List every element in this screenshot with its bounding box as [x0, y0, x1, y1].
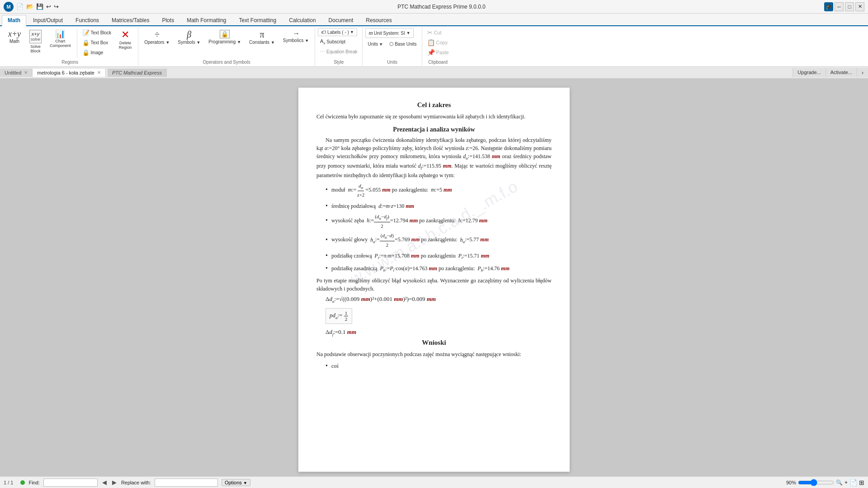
bullet-dot: • [326, 216, 328, 225]
symbolics-label: Symbolics ▼ [283, 38, 309, 43]
ribbon-group-clipboard: ✂ Cut 📋 Copy 📌 Paste Clipboard [422, 27, 454, 66]
symbols-icon: β [187, 30, 191, 39]
document-content: Cel i zakres Cel ćwiczenia było zapoznan… [316, 101, 552, 371]
cut-label: Cut [434, 30, 442, 35]
zoom-in-icon[interactable]: + [844, 479, 848, 486]
math-button[interactable]: x+y Math [5, 28, 24, 46]
tab-matrices-tables[interactable]: Matrices/Tables [106, 15, 155, 25]
math-icon: x+y [8, 30, 21, 38]
quickbtn-open[interactable]: 📂 [26, 3, 33, 10]
quickbtn-redo[interactable]: ↪ [54, 3, 59, 10]
text-block-button[interactable]: 📝 Text Block [80, 28, 114, 38]
bullet-dot: • [326, 235, 328, 244]
delete-region-button[interactable]: ✕ DeleteRegion [115, 28, 135, 52]
tab-document[interactable]: Document [323, 15, 359, 25]
base-units-label: Base Units [395, 42, 416, 47]
tab-resources[interactable]: Resources [360, 15, 397, 25]
activate-button[interactable]: Activate... [826, 68, 857, 77]
document-scroll[interactable]: w.w.w.m.a.t.h.c.a.d._.m.f.o Cel i zakres… [0, 79, 868, 476]
units-button[interactable]: Units ▼ [365, 40, 385, 48]
ribbon-panel: x+y Math x+y solve SolveBlock 📊 ChartCom… [0, 26, 868, 67]
symbols-label: Symbols ▼ [178, 40, 200, 45]
programming-button[interactable]: 🔒 Programming ▼ [205, 28, 244, 46]
zoom-slider[interactable] [798, 479, 834, 486]
equation-break-button[interactable]: ⋯ Equation Break [318, 47, 359, 56]
image-label: Image [91, 50, 104, 55]
tab-untitled[interactable]: Untitled ✕ [0, 69, 33, 77]
view-page-icon[interactable]: 📄 [849, 479, 857, 486]
list-item: • średnicę podziałową d:=m·z=130 mm [326, 201, 552, 211]
find-prev-button[interactable]: ◀ [101, 479, 108, 486]
chart-label: ChartComponent [50, 39, 71, 48]
tab-untitled-label: Untitled [5, 70, 21, 75]
ribbon-group-operators: ÷ Operators ▼ β Symbols ▼ 🔒 Programming … [138, 27, 315, 66]
tab-metrologia[interactable]: metrologia 6 - koła zębate ✕ [33, 69, 106, 77]
bullet-dot: • [326, 201, 328, 211]
symbolics-button[interactable]: → Symbolics ▼ [280, 28, 312, 45]
quickbtn-save[interactable]: 💾 [36, 3, 43, 10]
chart-component-button[interactable]: 📊 ChartComponent [47, 28, 74, 50]
solve-block-button[interactable]: x+y solve SolveBlock [26, 28, 45, 55]
tab-ptc-label: PTC Mathcad Express [112, 70, 162, 75]
list-item: • coś [326, 361, 552, 371]
tab-input-output[interactable]: Input/Output [27, 15, 69, 25]
tab-calculation[interactable]: Calculation [283, 15, 321, 25]
operators-button[interactable]: ÷ Operators ▼ [141, 28, 173, 47]
unit-system-label: Unit System: SI [374, 31, 405, 36]
ribbon-tabs: Math Input/Output Functions Matrices/Tab… [0, 14, 868, 26]
upgrade-button[interactable]: Upgrade... [793, 68, 825, 77]
text-options-stack: 📝 Text Block 🔒 Text Box 🔒 Image [80, 28, 114, 57]
tabs-right: Upgrade... Activate... › [793, 68, 868, 77]
subscript-label: Subscript [326, 39, 345, 44]
list-item: • podziałkę czołową Pt:=π·m=15.708 mm po… [326, 251, 552, 261]
wnioski-item: coś [331, 362, 339, 370]
tab-ptc-express[interactable]: PTC Mathcad Express [108, 69, 167, 77]
text-box-button[interactable]: 🔒 Text Box [80, 38, 114, 47]
zoom-out-icon[interactable]: 🔍 [836, 479, 843, 486]
labels-dd: ▼ [350, 30, 354, 34]
tab-functions[interactable]: Functions [70, 15, 105, 25]
paste-button[interactable]: 📌 Paste [425, 48, 451, 57]
subscript-button[interactable]: Ax Subscript [318, 37, 348, 47]
chevron-right-icon[interactable]: › [857, 68, 868, 77]
symbols-button[interactable]: β Symbols ▼ [175, 28, 203, 47]
document-page: w.w.w.m.a.t.h.c.a.d._.m.f.o Cel i zakres… [298, 88, 570, 472]
tab-plots[interactable]: Plots [156, 15, 180, 25]
labels-button[interactable]: 🏷 Labels ( - ) ▼ [318, 28, 357, 36]
find-input[interactable] [43, 479, 98, 487]
tab-math-formatting[interactable]: Math Formatting [181, 15, 232, 25]
operators-label: Operators ▼ [144, 40, 170, 45]
tab-text-formatting[interactable]: Text Formatting [233, 15, 283, 25]
quickbtn-undo[interactable]: ↩ [46, 3, 51, 10]
find-next-button[interactable]: ▶ [111, 479, 118, 486]
win-minimize[interactable]: ─ [835, 2, 844, 11]
paste-icon: 📌 [427, 49, 435, 56]
replace-label: Replace with: [121, 480, 151, 485]
tab-untitled-close[interactable]: ✕ [24, 70, 28, 75]
replace-input[interactable] [155, 479, 218, 487]
labels-label: Labels ( - ) [327, 30, 349, 35]
para-wnioski: Na podstawie obserwacji poczynionych pod… [316, 350, 552, 358]
cut-button[interactable]: ✂ Cut [425, 28, 444, 37]
tab-metrologia-close[interactable]: ✕ [97, 70, 101, 75]
win-maximize[interactable]: □ [845, 2, 854, 11]
text-box-label: Text Box [91, 40, 108, 45]
win-close[interactable]: ✕ [855, 2, 864, 11]
help-icon[interactable]: 🎓 [824, 2, 833, 11]
operators-icon: ÷ [155, 30, 160, 39]
tab-math[interactable]: Math [2, 15, 26, 26]
list-item: • wysokość zęba h:=(da−df)2=12.794 mm po… [326, 213, 552, 230]
unit-system-button[interactable]: m Unit System: SI ▼ [365, 28, 413, 38]
image-button[interactable]: 🔒 Image [80, 48, 114, 57]
view-grid-icon[interactable]: ⊞ [859, 479, 864, 486]
document-area: w.w.w.m.a.t.h.c.a.d._.m.f.o Cel i zakres… [0, 79, 868, 476]
app-logo: M [4, 2, 14, 12]
options-button[interactable]: Options ▼ [222, 479, 250, 486]
unit-system-dd: ▼ [406, 31, 410, 35]
copy-button[interactable]: 📋 Copy [425, 38, 450, 47]
list-item: • wysokość głowy ha:=(da−d)2=5.769 mm po… [326, 232, 552, 249]
clipboard-label: Clipboard [425, 59, 451, 65]
quickbtn-new[interactable]: 📄 [16, 3, 24, 10]
constants-button[interactable]: π Constants ▼ [246, 28, 278, 47]
base-units-button[interactable]: ⬡ Base Units [387, 40, 419, 48]
